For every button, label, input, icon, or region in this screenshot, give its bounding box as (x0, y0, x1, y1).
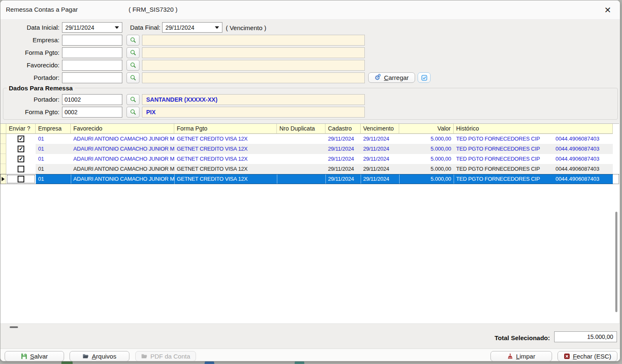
titlebar: Remessa Contas a Pagar ( FRM_SIS7320 ) ✕ (0, 0, 620, 20)
cell-vencimento[interactable]: 29/11/2024 (361, 144, 399, 154)
column-header-gutter[interactable] (0, 124, 6, 134)
row-gutter[interactable] (0, 134, 6, 144)
cell-nro_duplicata[interactable] (277, 154, 325, 164)
cell-enviar[interactable] (6, 134, 36, 144)
cell-nro_duplicata[interactable] (277, 164, 325, 174)
column-header-favorecido[interactable]: Favorecido (71, 124, 174, 134)
cell-favorecido[interactable]: ADAURI ANTONIO CAMACHO JUNIOR ME (71, 164, 174, 174)
total-selecionado-field[interactable] (554, 331, 617, 342)
cell-favorecido[interactable]: ADAURI ANTONIO CAMACHO JUNIOR ME (71, 174, 174, 184)
cell-empresa[interactable]: 01 (36, 174, 71, 184)
historico-ref: 0044.4906087403 (555, 144, 610, 154)
column-header-valor[interactable]: Valor (399, 124, 454, 134)
grid-row[interactable]: 01ADAURI ANTONIO CAMACHO JUNIOR MEGETNET… (0, 134, 619, 144)
cell-cadastro[interactable]: 29/11/2024 (325, 174, 361, 184)
carregar-button[interactable]: ⚙⚙ Carregar (368, 72, 415, 83)
row-gutter[interactable] (0, 154, 6, 164)
favorecido-input[interactable] (62, 60, 122, 71)
column-header-historico[interactable]: Histórico (454, 124, 613, 134)
remessa-forma-pgto-input[interactable] (62, 107, 122, 118)
cell-cadastro[interactable]: 29/11/2024 (325, 164, 361, 174)
favorecido-search-button[interactable] (126, 60, 139, 71)
cell-vencimento[interactable]: 29/11/2024 (361, 154, 399, 164)
cell-valor[interactable]: 5.000,00 (399, 144, 454, 154)
chevron-down-icon[interactable] (215, 26, 219, 29)
splitter-grip[interactable] (10, 326, 18, 328)
cell-favorecido[interactable]: ADAURI ANTONIO CAMACHO JUNIOR ME (71, 134, 174, 144)
cell-forma_pgto[interactable]: GETNET CREDITO VISA 12X (174, 144, 277, 154)
cell-empresa[interactable]: 01 (36, 154, 71, 164)
column-header-vencimento[interactable]: Vencimento (361, 124, 399, 134)
cell-forma_pgto[interactable]: GETNET CREDITO VISA 12X (174, 164, 277, 174)
data-inicial-combo[interactable]: 29/11/2024 (62, 22, 122, 33)
grid-row[interactable]: 01ADAURI ANTONIO CAMACHO JUNIOR MEGETNET… (0, 144, 619, 154)
enviar-checkbox[interactable] (18, 176, 24, 182)
empresa-input[interactable] (62, 35, 122, 46)
pdf-da-conta-button[interactable]: PDF da Conta (135, 351, 196, 361)
cell-forma_pgto[interactable]: GETNET CREDITO VISA 12X (174, 174, 277, 184)
cell-empresa[interactable]: 01 (36, 144, 71, 154)
remessa-portador-input[interactable] (62, 94, 122, 105)
column-header-enviar[interactable]: Enviar ? (6, 124, 36, 134)
cell-forma_pgto[interactable]: GETNET CREDITO VISA 12X (174, 134, 277, 144)
enviar-checkbox[interactable] (18, 156, 24, 162)
cell-valor[interactable]: 5.000,00 (399, 174, 454, 184)
forma-pgto-input[interactable] (62, 47, 122, 58)
portador-search-button[interactable] (126, 72, 139, 83)
column-header-nro_duplicata[interactable]: Nro Duplicata (277, 124, 325, 134)
enviar-checkbox[interactable] (18, 166, 24, 172)
cell-favorecido[interactable]: ADAURI ANTONIO CAMACHO JUNIOR ME (71, 154, 174, 164)
row-gutter[interactable] (0, 144, 6, 154)
cell-empresa[interactable]: 01 (36, 164, 71, 174)
cell-historico[interactable]: TED PGTO FORNECEDORES CIP0044.4906087403 (454, 174, 613, 184)
cell-cadastro[interactable]: 29/11/2024 (325, 134, 361, 144)
enviar-checkbox[interactable] (18, 146, 24, 152)
data-final-combo[interactable]: 29/11/2024 (162, 22, 222, 33)
cell-cadastro[interactable]: 29/11/2024 (325, 154, 361, 164)
cell-enviar[interactable] (6, 164, 36, 174)
remessa-forma-pgto-search-button[interactable] (126, 107, 139, 118)
cell-valor[interactable]: 5.000,00 (399, 154, 454, 164)
column-header-cadastro[interactable]: Cadastro (325, 124, 361, 134)
fechar-button[interactable]: Fechar (ESC) (557, 351, 617, 361)
enviar-checkbox[interactable] (18, 136, 24, 142)
row-gutter[interactable] (0, 174, 6, 184)
grid-row[interactable]: 01ADAURI ANTONIO CAMACHO JUNIOR MEGETNET… (0, 154, 619, 164)
data-inicial-label: Data Inicial: (0, 22, 59, 33)
close-icon[interactable]: ✕ (601, 4, 614, 16)
cell-forma_pgto[interactable]: GETNET CREDITO VISA 12X (174, 154, 277, 164)
forma-pgto-search-button[interactable] (126, 47, 139, 58)
cell-vencimento[interactable]: 29/11/2024 (361, 174, 399, 184)
limpar-button[interactable]: Limpar (490, 351, 552, 361)
cell-vencimento[interactable]: 29/11/2024 (361, 134, 399, 144)
cell-enviar[interactable] (6, 144, 36, 154)
salvar-button[interactable]: Salvar (5, 351, 64, 361)
empresa-search-button[interactable] (126, 35, 139, 46)
cell-empresa[interactable]: 01 (36, 134, 71, 144)
remessa-portador-search-button[interactable] (126, 94, 139, 105)
row-gutter[interactable] (0, 164, 6, 174)
portador-input[interactable] (62, 72, 122, 83)
cell-favorecido[interactable]: ADAURI ANTONIO CAMACHO JUNIOR ME (71, 144, 174, 154)
cell-enviar[interactable] (6, 154, 36, 164)
arquivos-button[interactable]: Arquivos (70, 351, 129, 361)
cell-valor[interactable]: 5.000,00 (399, 134, 454, 144)
cell-valor[interactable]: 5.000,00 (399, 164, 454, 174)
cell-historico[interactable]: TED PGTO FORNECEDORES CIP0044.4906087403 (454, 164, 613, 174)
grid-row[interactable]: 01ADAURI ANTONIO CAMACHO JUNIOR MEGETNET… (0, 174, 619, 184)
grid-row[interactable]: 01ADAURI ANTONIO CAMACHO JUNIOR MEGETNET… (0, 164, 619, 174)
select-all-button[interactable] (418, 72, 431, 83)
cell-cadastro[interactable]: 29/11/2024 (325, 144, 361, 154)
cell-historico[interactable]: TED PGTO FORNECEDORES CIP0044.4906087403 (454, 154, 613, 164)
chevron-down-icon[interactable] (115, 26, 119, 29)
vertical-scrollbar-thumb[interactable] (615, 212, 617, 312)
cell-nro_duplicata[interactable] (277, 134, 325, 144)
cell-historico[interactable]: TED PGTO FORNECEDORES CIP0044.4906087403 (454, 134, 613, 144)
cell-nro_duplicata[interactable] (277, 174, 325, 184)
column-header-forma_pgto[interactable]: Forma Pgto (174, 124, 277, 134)
cell-vencimento[interactable]: 29/11/2024 (361, 164, 399, 174)
column-header-empresa[interactable]: Empresa (36, 124, 71, 134)
cell-historico[interactable]: TED PGTO FORNECEDORES CIP0044.4906087403 (454, 144, 613, 154)
cell-enviar[interactable] (6, 174, 36, 184)
cell-nro_duplicata[interactable] (277, 144, 325, 154)
